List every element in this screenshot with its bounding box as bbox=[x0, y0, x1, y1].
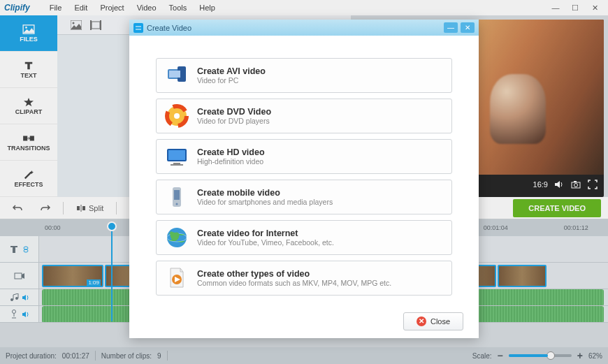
svg-rect-23 bbox=[133, 23, 143, 33]
option-sub: Video for YouTube, Vimeo, Facebook, etc. bbox=[197, 238, 334, 247]
option-internet[interactable]: Create video for Internet Video for YouT… bbox=[156, 220, 452, 255]
option-sub: Video for smartphones and media players bbox=[197, 198, 333, 206]
svg-point-36 bbox=[176, 203, 178, 205]
dvd-icon bbox=[165, 104, 189, 128]
option-title: Create AVI video bbox=[197, 66, 266, 76]
svg-rect-33 bbox=[171, 164, 183, 166]
option-sub: High-definition video bbox=[197, 157, 265, 166]
option-title: Create video for Internet bbox=[197, 228, 334, 238]
file-icon bbox=[165, 266, 189, 290]
option-title: Create HD video bbox=[197, 147, 265, 157]
svg-point-29 bbox=[174, 113, 180, 119]
option-title: Create mobile video bbox=[197, 188, 333, 198]
option-sub: Video for DVD players bbox=[197, 117, 271, 125]
dialog-minimize[interactable]: — bbox=[444, 22, 458, 33]
globe-icon bbox=[165, 226, 189, 249]
app-icon bbox=[133, 23, 143, 33]
pc-icon bbox=[165, 64, 189, 87]
close-button[interactable]: ✕ Close bbox=[403, 312, 463, 330]
create-video-dialog: Create Video — ✕ Create AVI video Video … bbox=[129, 20, 479, 338]
close-label: Close bbox=[430, 317, 450, 326]
option-mobile[interactable]: Create mobile video Video for smartphone… bbox=[156, 180, 452, 214]
phone-icon bbox=[165, 185, 189, 209]
dialog-footer: ✕ Close bbox=[129, 304, 479, 338]
option-title: Create other types of video bbox=[197, 269, 391, 279]
dialog-title: Create Video bbox=[147, 24, 191, 32]
option-hd[interactable]: Create HD video High-definition video bbox=[156, 139, 452, 174]
svg-rect-26 bbox=[169, 71, 180, 78]
option-dvd[interactable]: Create DVD Video Video for DVD players bbox=[156, 99, 452, 133]
dialog-titlebar[interactable]: Create Video — ✕ bbox=[129, 20, 479, 36]
svg-rect-35 bbox=[174, 190, 180, 200]
monitor-icon bbox=[165, 145, 189, 168]
svg-rect-32 bbox=[173, 163, 180, 164]
option-title: Create DVD Video bbox=[197, 107, 271, 117]
dialog-body: Create AVI video Video for PC Create DVD… bbox=[129, 36, 479, 304]
option-avi[interactable]: Create AVI video Video for PC bbox=[156, 58, 452, 93]
dialog-close[interactable]: ✕ bbox=[461, 22, 475, 33]
svg-rect-31 bbox=[168, 150, 185, 160]
option-sub: Common video formats such as MKV, MP4, M… bbox=[197, 279, 391, 287]
option-other[interactable]: Create other types of video Common video… bbox=[156, 261, 452, 296]
close-x-icon: ✕ bbox=[417, 316, 426, 326]
option-sub: Video for PC bbox=[197, 76, 266, 85]
dialog-controls: — ✕ bbox=[444, 22, 475, 33]
